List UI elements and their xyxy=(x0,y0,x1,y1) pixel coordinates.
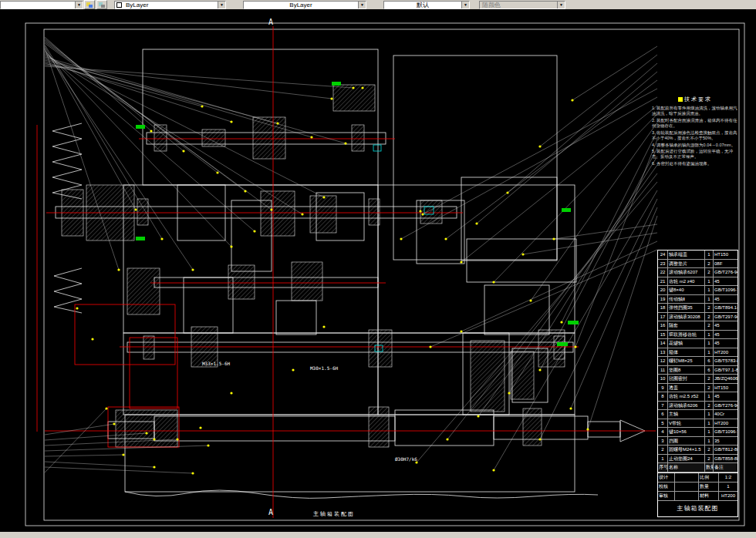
table-cell: 挡圈 xyxy=(668,437,705,446)
table-cell: 2 xyxy=(705,384,714,392)
table-cell: GB/T1096-79 xyxy=(714,286,737,294)
chevron-down-icon[interactable]: ▼ xyxy=(358,2,366,8)
title-block-cell xyxy=(675,492,699,500)
table-cell: 双联滑移齿轮 xyxy=(668,331,705,339)
table-cell: 2 xyxy=(705,375,714,383)
table-cell: 45 xyxy=(714,331,737,339)
table-cell: 6 xyxy=(705,357,714,365)
table-row: 19传动轴Ⅱ145 xyxy=(658,295,737,304)
table-cell: 40Cr xyxy=(714,410,737,419)
title-block-rows: 设计比例1:2校核数量1审核材料HT200 xyxy=(658,473,737,501)
color-control[interactable]: ByLayer ▼ xyxy=(114,1,226,9)
table-row: 20键8×401GB/T1096-79 xyxy=(658,286,737,295)
table-cell: 1 xyxy=(705,331,714,339)
table-cell: 螺钉M8×25 xyxy=(668,357,705,365)
table-cell: 齿轮 m2 z40 xyxy=(668,277,705,286)
table-cell: 9 xyxy=(658,384,668,392)
title-block-name: 主轴箱装配图 xyxy=(658,501,737,516)
table-cell: 主轴 xyxy=(668,410,705,419)
table-cell: 键10×56 xyxy=(668,428,705,436)
table-cell: HT150 xyxy=(714,251,737,259)
table-cell: GB/T858-88 xyxy=(714,455,737,463)
table-cell: 08F xyxy=(714,260,737,268)
tech-note-line: 3. 齿轮装配后用涂色法检查接触斑点，按齿高不小于40%，按齿长不小于50%。 xyxy=(652,130,738,142)
table-cell: 1 xyxy=(705,419,714,428)
table-cell: 19 xyxy=(658,295,668,304)
table-cell: 5 xyxy=(658,419,668,428)
chevron-down-icon[interactable]: ▼ xyxy=(75,2,83,8)
table-cell: 21 xyxy=(658,277,668,286)
table-cell: 4 xyxy=(658,428,668,436)
properties-toolbar: ▼ ByLayer ▼ ByLayer ▼ 默认 ▼ 随颜色 ▼ xyxy=(0,0,756,9)
table-cell: 垫圈8 xyxy=(668,366,705,375)
section-hatching xyxy=(62,85,565,447)
table-row: 14花键轴145 xyxy=(658,339,737,348)
layer-combo[interactable]: ▼ xyxy=(0,1,83,9)
table-cell: 45 xyxy=(714,321,737,330)
table-cell: GB/T1096-79 xyxy=(714,428,737,436)
table-row: 3挡圈135 xyxy=(658,437,737,446)
table-cell: 毡圈密封 xyxy=(668,375,705,383)
lineweight-control-value: 默认 xyxy=(384,2,461,8)
linetype-control[interactable]: ByLayer ▼ xyxy=(243,1,366,9)
table-row: 23调整垫片208F xyxy=(658,260,737,269)
table-cell: 2 xyxy=(705,268,714,277)
table-row: 18弹性挡圈352GB/T894.1-86 xyxy=(658,304,737,313)
plotstyle-control: 随颜色 ▼ xyxy=(479,1,565,9)
title-block-cell: 审核 xyxy=(658,492,675,500)
table-row: 15双联滑移齿轮145 xyxy=(658,331,737,340)
table-cell: 止动垫圈24 xyxy=(668,455,705,463)
table-cell: 45 xyxy=(714,392,737,401)
table-cell: V带轮 xyxy=(668,419,705,428)
table-cell: 2 xyxy=(705,455,714,463)
layer-current-icon[interactable] xyxy=(84,0,95,9)
table-cell: 花键轴 xyxy=(668,339,705,348)
table-row: 24轴承端盖1HT150 xyxy=(658,251,737,260)
title-block-cell xyxy=(675,473,699,482)
table-cell: 7 xyxy=(658,402,668,410)
table-cell: 键8×40 xyxy=(668,286,705,294)
cad-canvas[interactable]: A A M33×1.5-6H M30×1.5-6H Ø30H7/k6 技术要求 … xyxy=(0,9,756,532)
table-cell: 箱体 xyxy=(668,348,705,357)
table-cell: 1 xyxy=(705,437,714,446)
parts-table-rows: 24轴承端盖1HT15023调整垫片208F22滚动轴承62072GB/T276… xyxy=(658,251,737,463)
table-cell: 35 xyxy=(714,437,737,446)
title-block-cell: 1:2 xyxy=(719,473,737,482)
table-row: 6主轴140Cr xyxy=(658,410,737,419)
table-cell: 6 xyxy=(705,366,714,375)
table-row: 13箱体1HT200 xyxy=(658,348,737,358)
table-cell: 2 xyxy=(705,260,714,268)
tech-note-line: 1. 装配前所有零件用煤油清洗，滚动轴承用汽油清洗，晾干后涂润滑油。 xyxy=(652,106,738,117)
table-cell: 滚动轴承6207 xyxy=(668,268,705,277)
lineweight-control[interactable]: 默认 ▼ xyxy=(383,1,470,9)
title-block-cell xyxy=(675,483,699,491)
layer-combo-value xyxy=(1,2,75,8)
section-label-bottom: A xyxy=(268,508,273,516)
table-row: 12螺钉M8×256GB/T5783-86 xyxy=(658,357,737,366)
table-cell: 1 xyxy=(705,251,714,259)
layers-icon[interactable] xyxy=(96,0,107,9)
table-cell: 45 xyxy=(714,339,737,348)
section-label-top: A xyxy=(268,18,273,26)
table-cell: 45 xyxy=(714,295,737,304)
table-row: 11垫圈86GB/T97.1-85 xyxy=(658,366,737,375)
title-block-cell: HT200 xyxy=(719,492,737,500)
table-header-cell: 备注 xyxy=(714,463,737,472)
table-cell: 45 xyxy=(714,277,737,286)
table-cell: 2 xyxy=(705,402,714,410)
chevron-down-icon[interactable]: ▼ xyxy=(461,2,469,8)
table-cell: 1 xyxy=(705,392,714,401)
table-cell: 18 xyxy=(658,304,668,312)
table-cell: HT200 xyxy=(714,419,737,428)
color-control-value: ByLayer xyxy=(123,2,218,8)
table-cell: 1 xyxy=(705,286,714,294)
table-row: 21齿轮 m2 z40145 xyxy=(658,277,737,287)
table-cell: 15 xyxy=(658,331,668,339)
title-block-cell: 校核 xyxy=(658,483,675,491)
title-block-cell: 材料 xyxy=(699,492,719,500)
table-cell: 调整垫片 xyxy=(668,260,705,268)
chevron-down-icon[interactable]: ▼ xyxy=(218,2,225,8)
tech-note-line: 2. 装配时各配合面涂润滑油，箱体内不得有任何杂物存在。 xyxy=(652,118,738,129)
table-cell: 3 xyxy=(658,437,668,446)
dimension-label: M33×1.5-6H xyxy=(202,361,231,366)
